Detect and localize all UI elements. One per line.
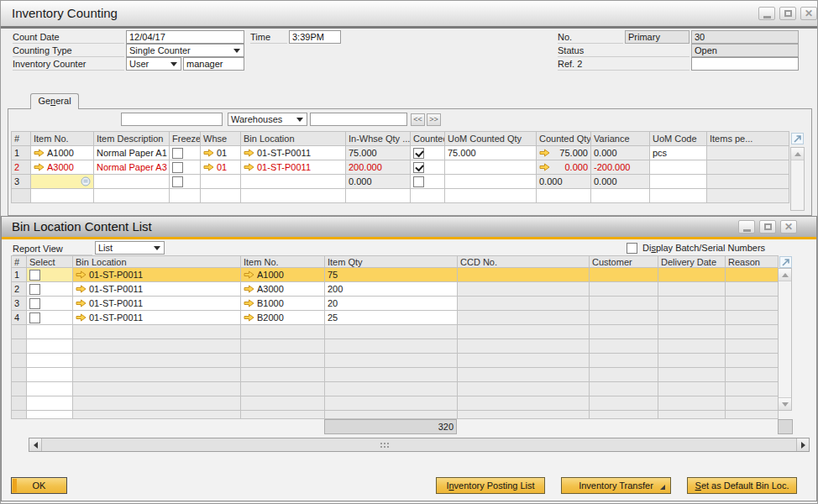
link-arrow-icon[interactable]: [203, 149, 214, 157]
row-number-cell[interactable]: 2: [12, 282, 27, 297]
cell-freeze[interactable]: [170, 146, 201, 160]
cell-uom-counted-qty[interactable]: [445, 175, 537, 189]
maximize-button[interactable]: [759, 220, 776, 234]
cell-item-no[interactable]: B2000: [241, 311, 325, 325]
counted-checkbox[interactable]: [413, 176, 424, 187]
row-number-cell[interactable]: 1: [12, 146, 31, 160]
row-number-cell[interactable]: 3: [12, 175, 31, 189]
cell-item-qty[interactable]: 200: [325, 282, 458, 297]
counted-checkbox[interactable]: [413, 148, 424, 159]
cell-counted-qty[interactable]: 75.000: [537, 146, 591, 160]
cell-select[interactable]: [27, 268, 73, 282]
cell-item-no-active[interactable]: [31, 175, 94, 189]
maximize-button[interactable]: [779, 7, 796, 20]
scroll-left-button[interactable]: [29, 438, 42, 451]
cell-uom-code[interactable]: [650, 160, 707, 175]
scrollbar-grip-icon[interactable]: [380, 443, 382, 444]
cell-uom-counted-qty[interactable]: [445, 160, 537, 175]
cell-counted[interactable]: [411, 175, 445, 189]
cell-bin-location[interactable]: 01-ST-P0011: [241, 160, 346, 175]
window-titlebar[interactable]: Bin Location Content List: [2, 217, 816, 237]
cell-select[interactable]: [27, 311, 73, 325]
cell-item-no[interactable]: A3000: [241, 282, 325, 297]
ref2-field[interactable]: [691, 57, 799, 71]
close-button[interactable]: ✕: [800, 7, 817, 20]
scroll-up-button[interactable]: [779, 269, 791, 281]
counter-name-field[interactable]: [183, 57, 244, 71]
link-arrow-icon[interactable]: [539, 149, 550, 157]
close-button[interactable]: ✕: [780, 220, 797, 234]
row-number-cell[interactable]: 1: [12, 268, 27, 282]
window-titlebar[interactable]: Inventory Counting: [1, 1, 817, 26]
link-arrow-icon[interactable]: [244, 299, 254, 307]
link-arrow-icon[interactable]: [203, 163, 214, 171]
cell-item-no[interactable]: A1000: [31, 146, 94, 160]
cell-counted[interactable]: [411, 146, 445, 160]
link-arrow-icon[interactable]: [34, 163, 45, 171]
link-arrow-icon[interactable]: [244, 149, 254, 157]
cell-item-qty[interactable]: 75: [325, 268, 458, 282]
cell-whse[interactable]: [201, 175, 241, 189]
series-field[interactable]: Primary: [625, 30, 690, 44]
find-item-input[interactable]: [121, 113, 223, 126]
link-arrow-icon[interactable]: [244, 270, 254, 279]
link-arrow-icon[interactable]: [539, 163, 550, 171]
link-arrow-icon[interactable]: [34, 149, 45, 157]
cell-bin-location[interactable]: 01-ST-P0011: [73, 268, 241, 282]
set-default-bin-button[interactable]: Set as Default Bin Loc.: [687, 477, 797, 494]
minimize-button[interactable]: [738, 220, 755, 234]
freeze-checkbox[interactable]: [172, 176, 183, 187]
expand-grid-icon[interactable]: [779, 256, 792, 268]
row-number-cell[interactable]: 2: [12, 160, 31, 175]
freeze-checkbox[interactable]: [172, 148, 183, 159]
link-arrow-icon[interactable]: [244, 285, 254, 293]
cell-uom-counted-qty[interactable]: 75.000: [445, 146, 537, 160]
row-number-cell[interactable]: 3: [12, 297, 27, 311]
cell-item-no[interactable]: A1000: [241, 268, 325, 282]
freeze-checkbox[interactable]: [172, 162, 183, 173]
scroll-down-button[interactable]: [779, 397, 791, 410]
link-arrow-icon[interactable]: [76, 285, 87, 293]
cell-item-description[interactable]: Normal Paper A1 00: [94, 146, 170, 160]
counting-type-select[interactable]: Single Counter: [126, 44, 244, 57]
link-arrow-icon[interactable]: [244, 313, 254, 322]
count-date-field[interactable]: [126, 30, 244, 44]
ok-button[interactable]: OK: [11, 477, 67, 494]
link-arrow-icon[interactable]: [76, 270, 87, 279]
counter-type-select[interactable]: User: [126, 57, 181, 71]
vertical-scrollbar[interactable]: [778, 268, 792, 411]
select-checkbox[interactable]: [29, 312, 40, 323]
cell-item-no[interactable]: B1000: [241, 297, 325, 311]
cell-whse[interactable]: 01: [201, 146, 241, 160]
cell-item-qty[interactable]: 25: [325, 311, 458, 325]
scroll-up-button[interactable]: [791, 148, 804, 160]
select-checkbox[interactable]: [29, 270, 40, 281]
display-batch-serial-checkbox[interactable]: [627, 243, 637, 254]
cell-item-qty[interactable]: 20: [325, 297, 458, 311]
cell-bin-location[interactable]: 01-ST-P0011: [73, 282, 241, 297]
cell-freeze[interactable]: [170, 160, 201, 175]
cell-bin-location[interactable]: 01-ST-P0011: [73, 311, 241, 325]
link-arrow-icon[interactable]: [244, 163, 254, 171]
cell-uom-code[interactable]: [650, 175, 707, 189]
tab-general[interactable]: General: [30, 93, 79, 109]
cell-counted-qty[interactable]: 0.000: [537, 160, 591, 175]
select-checkbox[interactable]: [29, 298, 40, 309]
cell-counted[interactable]: [411, 160, 445, 175]
time-field[interactable]: [289, 30, 341, 44]
cell-whse[interactable]: 01: [201, 160, 241, 175]
cell-item-description[interactable]: Normal Paper A3 00: [94, 160, 170, 175]
warehouse-value-input[interactable]: [310, 113, 407, 126]
previous-page-button[interactable]: <<: [411, 113, 425, 126]
inventory-posting-list-button[interactable]: Inventory Posting List: [436, 477, 545, 494]
inventory-transfer-button[interactable]: Inventory Transfer: [561, 477, 671, 494]
report-view-select[interactable]: List: [95, 241, 165, 255]
link-arrow-icon[interactable]: [76, 313, 87, 322]
cell-bin-location[interactable]: 01-ST-P0011: [73, 297, 241, 311]
minimize-button[interactable]: [758, 7, 775, 20]
vertical-scrollbar[interactable]: [790, 147, 805, 211]
warehouse-filter-select[interactable]: Warehouses: [228, 113, 307, 126]
cell-bin-location[interactable]: 01-ST-P0011: [241, 146, 346, 160]
next-page-button[interactable]: >>: [427, 113, 441, 126]
cell-select[interactable]: [27, 282, 73, 297]
